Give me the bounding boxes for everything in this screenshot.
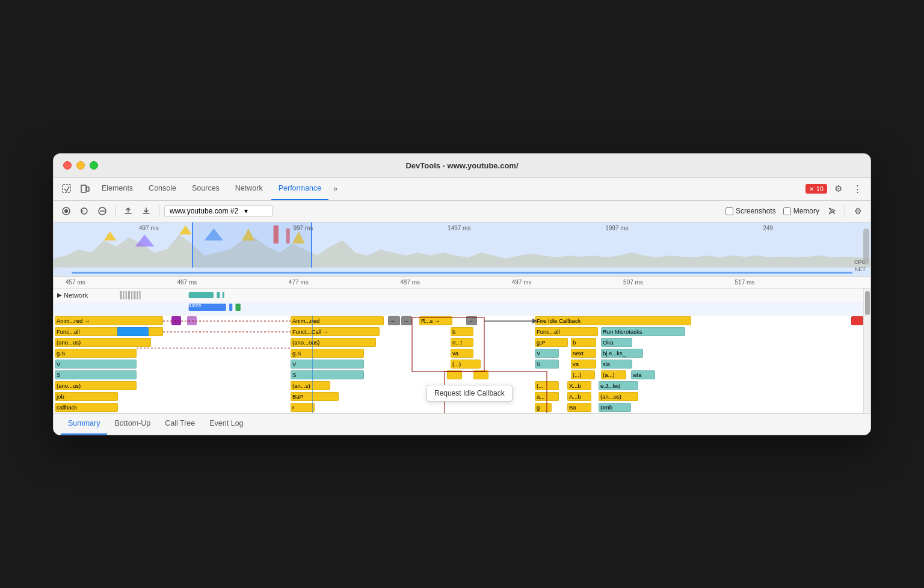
flame-block[interactable]: S [55, 370, 137, 379]
tab-bottom-up[interactable]: Bottom-Up [107, 413, 158, 435]
flame-chart[interactable]: Anim...red → Anim...ired → → R...s → → F… [54, 316, 863, 413]
flame-block[interactable]: S [291, 370, 364, 379]
flame-block[interactable]: (ano...ous) [291, 338, 376, 347]
svg-rect-12 [126, 291, 127, 299]
flame-block[interactable]: g.S [291, 349, 364, 358]
flame-block[interactable]: g.S [55, 349, 137, 358]
flame-block[interactable]: (... [535, 381, 559, 390]
inspect-icon[interactable] [58, 180, 75, 197]
flame-block-red[interactable] [851, 316, 863, 325]
flame-block[interactable]: Anim...red → [55, 316, 163, 325]
flame-block[interactable]: Dmb [599, 403, 631, 412]
flame-block[interactable]: (a...) [601, 370, 626, 379]
error-badge[interactable]: ✕ 10 [805, 184, 827, 194]
flame-block[interactable]: e.J...led [599, 381, 638, 390]
perf-settings-button[interactable]: ⚙ [850, 203, 866, 219]
download-button[interactable] [138, 203, 154, 219]
flame-block[interactable]: g [535, 403, 552, 412]
flame-block[interactable]: callback [55, 403, 118, 412]
flame-block[interactable]: b [571, 338, 596, 347]
more-options-icon[interactable]: ⋮ [849, 180, 866, 197]
flame-block[interactable]: a... [535, 392, 559, 401]
track-arrow: ▶ [57, 292, 62, 298]
flame-block[interactable]: va [451, 349, 473, 358]
svg-rect-1 [81, 185, 86, 192]
flame-block[interactable]: Anim...ired [291, 316, 384, 325]
tab-performance[interactable]: Performance [271, 177, 329, 200]
flame-block[interactable]: wla [631, 370, 655, 379]
record-button[interactable] [58, 203, 74, 219]
clean-button[interactable] [824, 203, 840, 219]
tabs-bar: Elements Console Sources Network Perform… [54, 178, 870, 201]
tab-call-tree[interactable]: Call Tree [158, 413, 202, 435]
flame-block[interactable]: A...b [567, 392, 591, 401]
flame-block[interactable]: Func...all [535, 327, 598, 336]
flame-block[interactable]: Oka [601, 338, 632, 347]
flame-block[interactable]: va [571, 360, 596, 369]
flame-block[interactable]: X...b [567, 381, 591, 390]
tab-elements[interactable]: Elements [94, 177, 140, 200]
tab-console[interactable]: Console [141, 177, 183, 200]
flame-block[interactable]: job [55, 392, 118, 401]
screenshots-checkbox[interactable]: Screenshots [725, 207, 776, 215]
flame-block[interactable]: V [291, 360, 364, 369]
settings-icon[interactable]: ⚙ [830, 180, 846, 197]
timeline-overview[interactable]: 497 ms 997 ms 1497 ms 1997 ms 249 CPU NE… [54, 222, 870, 277]
flame-block[interactable]: Funct...Call → [291, 327, 380, 336]
flame-block[interactable]: V [55, 360, 137, 369]
device-icon[interactable] [76, 180, 93, 197]
maximize-button[interactable] [90, 161, 98, 170]
more-tabs-button[interactable]: » [330, 185, 341, 193]
clear-button[interactable] [94, 203, 110, 219]
tick-2: 477 ms [289, 279, 309, 286]
flame-block[interactable]: n...t [451, 338, 473, 347]
flame-block[interactable]: bj.e...ks_ [601, 349, 643, 358]
flame-block[interactable] [447, 370, 462, 379]
run-microtasks[interactable]: Run Microtasks [601, 327, 685, 336]
svg-point-4 [64, 209, 68, 213]
screenshots-check[interactable] [725, 207, 733, 215]
flame-block[interactable]: (an...us) [599, 392, 638, 401]
devtools-window: DevTools - www.youtube.com/ Elements C [53, 153, 871, 435]
flame-block[interactable]: b [451, 327, 473, 336]
flame-block[interactable]: BaP [291, 392, 339, 401]
url-selector[interactable]: www.youtube.com #2 ▾ [164, 205, 273, 217]
timeline-scrollbar[interactable] [863, 228, 869, 265]
vertical-scrollbar[interactable] [863, 289, 870, 413]
flame-block[interactable]: V [535, 349, 559, 358]
reload-button[interactable] [76, 203, 92, 219]
tab-sources[interactable]: Sources [185, 177, 227, 200]
memory-check[interactable] [783, 207, 791, 215]
flame-block[interactable]: (...) [571, 370, 595, 379]
flame-block[interactable] [473, 370, 488, 379]
tick-4: 497 ms [512, 279, 532, 286]
flame-block[interactable]: next [571, 349, 596, 358]
flame-block[interactable]: g.P [535, 338, 568, 347]
flame-block[interactable]: r [291, 403, 315, 412]
flame-block[interactable]: R...s → [419, 316, 452, 325]
flame-block[interactable]: S [535, 360, 559, 369]
svg-rect-10 [120, 291, 122, 299]
scrollbar-thumb[interactable] [865, 291, 870, 315]
tab-network[interactable]: Network [228, 177, 270, 200]
flame-block[interactable]: sla [601, 360, 632, 369]
flame-block[interactable]: Ba [567, 403, 591, 412]
tab-event-log[interactable]: Event Log [202, 413, 250, 435]
memory-checkbox[interactable]: Memory [783, 207, 819, 215]
upload-button[interactable] [120, 203, 136, 219]
svg-rect-21 [189, 304, 226, 311]
flame-block[interactable] [187, 316, 197, 325]
network-track-label: ▶ Network [54, 292, 114, 299]
flame-block[interactable]: (ano...us) [55, 381, 137, 390]
flame-block[interactable]: (an...s) [291, 381, 330, 390]
tab-summary[interactable]: Summary [61, 413, 107, 435]
flame-block[interactable] [117, 327, 149, 336]
minimize-button[interactable] [76, 161, 85, 170]
flame-block[interactable]: (ano...us) [55, 338, 151, 347]
fire-idle-callback[interactable]: Fire Idle Callback [535, 316, 691, 325]
flame-block[interactable]: (...) [451, 360, 481, 369]
selection-line [312, 316, 313, 413]
bottom-tabs: Summary Bottom-Up Call Tree Event Log [54, 413, 870, 435]
flame-block[interactable] [171, 316, 181, 325]
close-button[interactable] [63, 161, 72, 170]
